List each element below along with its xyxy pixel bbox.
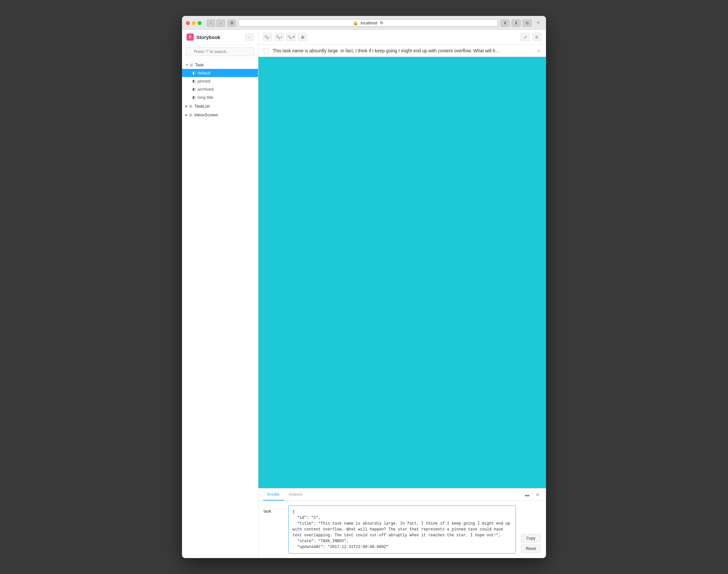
task-title: This task name is absurdly large. In fac…	[273, 48, 533, 53]
search-input[interactable]	[185, 47, 255, 56]
url-bar[interactable]: 🔒 localhost ↻	[239, 19, 498, 27]
nav-group-inboxscreen-label: InboxScreen	[195, 113, 218, 117]
zoom-reset-icon: 🔍↺	[287, 35, 295, 39]
new-tab-button[interactable]: +	[534, 19, 542, 27]
story-icon-archived: ◧	[192, 87, 196, 91]
story-icon-default: ◧	[192, 71, 196, 75]
nav-group-task-header[interactable]: ▼ ⊞ Task	[182, 61, 258, 69]
fullscreen-traffic-light[interactable]	[198, 21, 202, 25]
nav-grid-icon-inboxscreen: ⊞	[189, 113, 192, 117]
story-icon-pinned: ◧	[192, 79, 196, 83]
sidebar-item-default-label: default	[198, 71, 210, 75]
task-header: This task name is absurdly large. In fac…	[258, 45, 546, 57]
nav-grid-icon-task: ⊞	[190, 63, 193, 67]
task-checkbox[interactable]	[264, 48, 269, 53]
sidebar: S Storybook ··· 🔍 ▼ ⊞ Task	[182, 30, 258, 558]
download-button[interactable]: ⬇	[501, 19, 510, 27]
sidebar-item-long-title-label: long title	[198, 95, 213, 100]
sidebar-item-default[interactable]: ◧ default	[182, 69, 258, 77]
copy-button[interactable]: Copy	[521, 534, 541, 542]
toolbar-right: ⤢ ⎘	[521, 33, 542, 41]
toolbar: 🔍− 🔍+ 🔍↺ ⊞ ⤢	[258, 30, 546, 45]
nav-group-task-label: Task	[195, 63, 204, 67]
nav-buttons: ‹ ›	[207, 19, 225, 27]
nav-toggle-task: ▼	[185, 63, 188, 67]
app-layout: S Storybook ··· 🔍 ▼ ⊞ Task	[182, 30, 546, 558]
knob-editor[interactable]: { "id": "1", "title": "This task name is…	[288, 505, 516, 554]
copy-link-button[interactable]: ⎘	[532, 33, 542, 41]
search-wrapper: 🔍	[185, 47, 255, 56]
main-content: 🔍− 🔍+ 🔍↺ ⊞ ⤢	[258, 30, 546, 558]
zoom-reset-button[interactable]: 🔍↺	[286, 33, 295, 41]
knob-label: task	[264, 505, 283, 554]
logo-area: S Storybook	[186, 34, 220, 41]
story-icon-long-title: ◧	[192, 95, 196, 99]
sidebar-nav: ▼ ⊞ Task ◧ default ◧ pinned	[182, 59, 258, 558]
url-text: localhost	[361, 20, 377, 25]
sidebar-item-archived-label: archived	[198, 87, 214, 92]
sidebar-item-archived[interactable]: ◧ archived	[182, 85, 258, 93]
task-star-icon[interactable]: ★	[537, 48, 541, 53]
zoom-out-icon: 🔍−	[264, 35, 271, 39]
nav-grid-icon-tasklist: ⊞	[189, 104, 192, 109]
tabs-bar: Knobs Actions ▬ ✕	[258, 489, 546, 501]
copy-link-icon: ⎘	[536, 35, 538, 40]
tab-knobs[interactable]: Knobs	[263, 489, 284, 500]
nav-children-task: ◧ default ◧ pinned ◧ archived ◧	[182, 69, 258, 101]
nav-group-inboxscreen-header[interactable]: ▶ ⊞ InboxScreen	[182, 111, 258, 119]
tabs-right: ▬ ✕	[523, 491, 542, 499]
expand-button[interactable]: ⤢	[521, 33, 530, 41]
share-button[interactable]: ⬆	[512, 19, 521, 27]
sidebar-menu-button[interactable]: ···	[245, 34, 254, 41]
minimize-traffic-light[interactable]	[192, 21, 196, 25]
refresh-icon[interactable]: ↻	[380, 20, 384, 25]
zoom-out-button[interactable]: 🔍−	[263, 33, 272, 41]
tabs-button[interactable]: ⧉	[523, 19, 532, 27]
browser-window: ‹ › ⊡ 🔒 localhost ↻ ⬇ ⬆ ⧉ + S Story	[182, 16, 546, 558]
tab-actions[interactable]: Actions	[284, 489, 307, 500]
forward-button[interactable]: ›	[216, 19, 225, 27]
nav-group-tasklist-label: TaskList	[195, 104, 210, 109]
close-panel-button[interactable]: ✕	[533, 491, 542, 499]
expand-icon: ⤢	[523, 35, 527, 40]
knob-editor-text: { "id": "1", "title": "This task name is…	[293, 509, 512, 550]
app-title: Storybook	[196, 35, 220, 40]
knob-actions: Copy Reset	[521, 505, 541, 554]
nav-group-tasklist-header[interactable]: ▶ ⊞ TaskList	[182, 102, 258, 110]
nav-group-task: ▼ ⊞ Task ◧ default ◧ pinned	[182, 61, 258, 101]
traffic-lights	[186, 21, 202, 25]
storybook-logo-icon: S	[186, 34, 194, 41]
knobs-panel: task { "id": "1", "title": "This task na…	[258, 501, 546, 558]
minimize-panel-button[interactable]: ▬	[523, 491, 531, 499]
sidebar-toggle-button[interactable]: ⊡	[227, 19, 236, 27]
nav-toggle-tasklist: ▶	[185, 104, 188, 108]
nav-group-tasklist: ▶ ⊞ TaskList	[182, 102, 258, 110]
sidebar-item-pinned[interactable]: ◧ pinned	[182, 77, 258, 85]
tabs-left: Knobs Actions	[263, 489, 307, 500]
sidebar-header: S Storybook ···	[182, 30, 258, 45]
zoom-in-icon: 🔍+	[276, 35, 283, 39]
bottom-panel: Knobs Actions ▬ ✕ task { "id": "1", "tit…	[258, 488, 546, 558]
back-button[interactable]: ‹	[207, 19, 215, 27]
reset-button[interactable]: Reset	[521, 544, 541, 553]
canvas-area	[258, 57, 546, 488]
nav-group-inboxscreen: ▶ ⊞ InboxScreen	[182, 111, 258, 119]
close-traffic-light[interactable]	[186, 21, 190, 25]
zoom-in-button[interactable]: 🔍+	[274, 33, 284, 41]
sidebar-item-pinned-label: pinned	[198, 79, 210, 84]
nav-toggle-inboxscreen: ▶	[185, 113, 188, 117]
grid-toggle-button[interactable]: ⊞	[298, 33, 307, 41]
sidebar-item-long-title[interactable]: ◧ long title	[182, 93, 258, 101]
lock-icon: 🔒	[353, 20, 358, 25]
grid-icon: ⊞	[301, 35, 304, 40]
preview-area: This task name is absurdly large. In fac…	[258, 45, 546, 488]
browser-chrome: ‹ › ⊡ 🔒 localhost ↻ ⬇ ⬆ ⧉ +	[182, 16, 546, 30]
browser-actions: ⬇ ⬆ ⧉	[501, 19, 532, 27]
toolbar-left: 🔍− 🔍+ 🔍↺ ⊞	[263, 33, 307, 41]
search-bar: 🔍	[182, 45, 258, 59]
